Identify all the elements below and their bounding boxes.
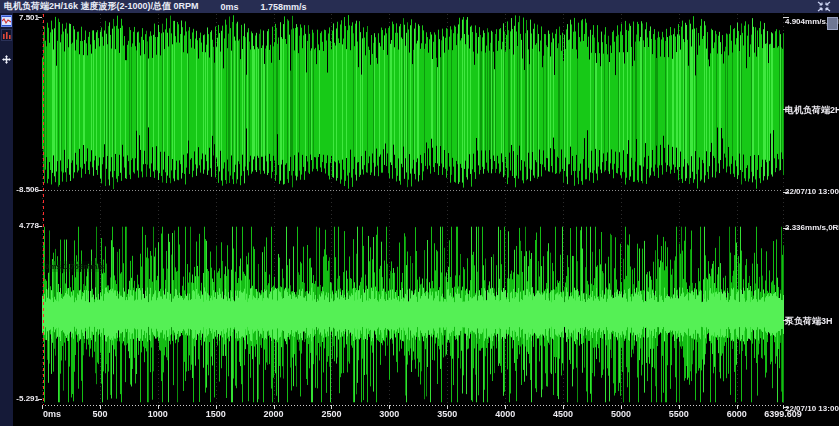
waveform-view-icon[interactable] [1,15,12,27]
x-axis-tick-label: 4500 [553,409,573,419]
plot2-channel-label: 泵负荷端3H [785,315,839,328]
x-axis-tick-label: 3000 [379,409,399,419]
plot1-ymax-label: 7.501 [13,13,39,23]
plot2-ymax-label: 4.778 [13,221,39,231]
x-axis-tick-label: 5500 [669,409,689,419]
plot1-ymin-label: -8.506 [13,185,39,195]
scrollbar-thumb[interactable] [827,17,838,30]
x-axis-tick-label: 6000 [727,409,747,419]
cursor-tooltip: 0ms,1.758mm/s [44,261,105,272]
spectrum-view-icon[interactable] [1,29,12,41]
collapse-icon[interactable] [817,1,831,12]
x-axis-tick-label: 1500 [206,409,226,419]
waveform-analyzer-window: 电机负荷端2H/16k 速度波形(2-1000)/总值 0RPM 0ms 1.7… [0,0,839,426]
x-axis-tick-label: 0ms [43,409,61,419]
x-axis-tick-label: 2500 [321,409,341,419]
cursor-value-readout: 1.758mm/s [261,2,307,12]
title-bar: 电机负荷端2H/16k 速度波形(2-1000)/总值 0RPM 0ms 1.7… [0,0,839,13]
x-axis-tick-label: 5000 [611,409,631,419]
plot1-channel-label: 电机负荷端2H [785,104,839,117]
left-toolbar [0,13,13,426]
plot1-timestamp-label: 22/07/10 13:00:05 [785,187,839,197]
x-axis-tick-label: 1000 [148,409,168,419]
x-axis-tick-label: 4000 [495,409,515,419]
waveform-canvas[interactable] [13,13,839,426]
plot-region: 7.501 -8.506 4.778 -5.291 4.904mm/s,0RPM… [13,13,839,426]
x-axis-tick-label: 6399.609 [764,409,802,419]
pan-tool-icon[interactable] [1,53,12,65]
x-axis-tick-label: 3500 [437,409,457,419]
plot-title: 电机负荷端2H/16k 速度波形(2-1000)/总值 0RPM [4,0,199,13]
plot2-scale-label: 2.336mm/s,0RPM [785,223,839,233]
cursor-time-readout: 0ms [221,2,239,12]
plot2-ymin-label: -5.291 [13,394,39,404]
x-axis-tick-label: 500 [92,409,107,419]
x-axis-tick-label: 2000 [264,409,284,419]
